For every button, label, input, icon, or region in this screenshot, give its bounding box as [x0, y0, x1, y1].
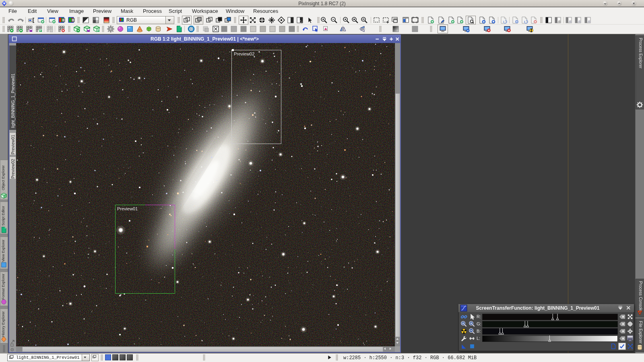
svg-text:Preview02: Preview02 [234, 51, 254, 56]
svg-text:Preview01: Preview01 [117, 206, 138, 211]
